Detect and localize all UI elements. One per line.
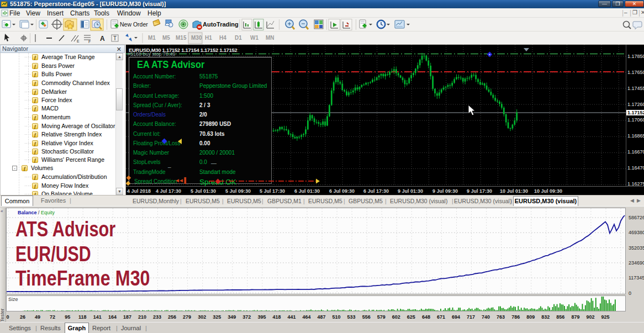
svg-text:New Order: New Order [120, 21, 148, 28]
svg-text:AutoTrading: AutoTrading [203, 21, 239, 28]
svg-text:A: A [100, 35, 105, 43]
svg-text:T: T [113, 35, 117, 41]
svg-text:E: E [77, 39, 80, 43]
svg-text:F: F [88, 40, 91, 44]
